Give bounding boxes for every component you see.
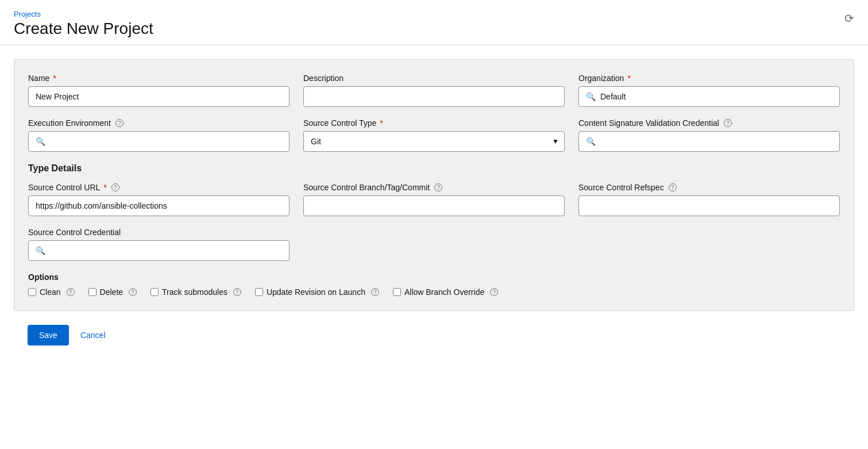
execution-env-input-wrapper[interactable]: 🔍 xyxy=(28,131,290,152)
update-revision-label[interactable]: Update Revision on Launch xyxy=(267,287,365,297)
sc-credential-label: Source Control Credential xyxy=(28,228,290,237)
name-required: * xyxy=(53,74,56,83)
cancel-button[interactable]: Cancel xyxy=(78,326,108,344)
clean-help-icon: ? xyxy=(67,288,75,296)
sc-url-help-icon: ? xyxy=(111,183,119,191)
sc-credential-search-icon: 🔍 xyxy=(36,246,45,255)
content-sig-help-icon: ? xyxy=(724,119,732,127)
sc-url-label: Source Control URL * ? xyxy=(28,183,290,192)
organization-input[interactable] xyxy=(600,92,832,101)
sc-type-required: * xyxy=(380,118,383,128)
sc-type-select-wrapper: Git Manual Subversion Red Hat Insights ▼ xyxy=(303,131,565,152)
page-header: Projects Create New Project ⟳ xyxy=(0,0,868,45)
type-details-title: Type Details xyxy=(28,163,840,174)
sc-credential-group: Source Control Credential 🔍 xyxy=(28,228,290,261)
breadcrumb[interactable]: Projects xyxy=(14,10,41,18)
sc-url-input[interactable] xyxy=(28,195,290,216)
delete-label[interactable]: Delete xyxy=(100,287,123,297)
name-input[interactable] xyxy=(28,86,290,107)
organization-group: Organization * 🔍 xyxy=(578,74,840,107)
content-sig-search-icon: 🔍 xyxy=(586,137,596,146)
sc-branch-input[interactable] xyxy=(303,195,565,216)
track-submodules-checkbox[interactable] xyxy=(151,288,159,296)
footer-actions: Save Cancel xyxy=(14,311,854,359)
content-sig-input-wrapper[interactable]: 🔍 xyxy=(578,131,840,152)
form-row-4: Source Control Credential 🔍 xyxy=(28,228,840,261)
sc-refspec-help-icon: ? xyxy=(669,183,677,191)
delete-option: Delete ? xyxy=(88,287,137,297)
track-submodules-option: Track submodules ? xyxy=(151,287,241,297)
track-submodules-label[interactable]: Track submodules xyxy=(162,287,227,297)
content-sig-label: Content Signature Validation Credential … xyxy=(578,118,840,128)
sc-refspec-label: Source Control Refspec ? xyxy=(578,183,840,192)
sc-type-group: Source Control Type * Git Manual Subvers… xyxy=(303,118,565,152)
sc-credential-input[interactable] xyxy=(50,246,282,255)
track-submodules-help-icon: ? xyxy=(233,288,241,296)
execution-env-search-icon: 🔍 xyxy=(36,137,45,146)
form-row-2: Execution Environment ? 🔍 Source Control… xyxy=(28,118,840,152)
sc-branch-label: Source Control Branch/Tag/Commit ? xyxy=(303,183,565,192)
organization-input-wrapper[interactable]: 🔍 xyxy=(578,86,840,107)
page-title: Create New Project xyxy=(14,20,854,38)
execution-env-group: Execution Environment ? 🔍 xyxy=(28,118,290,152)
org-required: * xyxy=(627,74,630,83)
sc-refspec-group: Source Control Refspec ? xyxy=(578,183,840,216)
sc-type-label: Source Control Type * xyxy=(303,118,565,128)
sc-type-select[interactable]: Git Manual Subversion Red Hat Insights xyxy=(303,131,565,152)
content-sig-group: Content Signature Validation Credential … xyxy=(578,118,840,152)
history-icon[interactable]: ⟳ xyxy=(844,11,854,25)
allow-branch-help-icon: ? xyxy=(490,288,498,296)
content-sig-input[interactable] xyxy=(600,137,832,146)
sc-branch-help-icon: ? xyxy=(434,183,442,191)
name-label: Name * xyxy=(28,74,290,83)
sc-credential-input-wrapper[interactable]: 🔍 xyxy=(28,240,290,261)
clean-option: Clean ? xyxy=(28,287,75,297)
update-revision-checkbox[interactable] xyxy=(255,288,263,296)
options-section: Options Clean ? Delete ? Track submod xyxy=(28,273,840,297)
form-row-1: Name * Description Organization * 🔍 xyxy=(28,74,840,107)
organization-label: Organization * xyxy=(578,74,840,83)
save-button[interactable]: Save xyxy=(28,325,69,346)
sc-branch-group: Source Control Branch/Tag/Commit ? xyxy=(303,183,565,216)
allow-branch-checkbox[interactable] xyxy=(393,288,401,296)
main-content: Name * Description Organization * 🔍 xyxy=(0,45,868,373)
form-card: Name * Description Organization * 🔍 xyxy=(14,59,854,311)
form-row-3: Source Control URL * ? Source Control Br… xyxy=(28,183,840,216)
allow-branch-option: Allow Branch Override ? xyxy=(393,287,498,297)
options-title: Options xyxy=(28,273,840,282)
name-group: Name * xyxy=(28,74,290,107)
type-details-section: Type Details Source Control URL * ? Sour… xyxy=(28,163,840,297)
description-label: Description xyxy=(303,74,565,83)
update-revision-help-icon: ? xyxy=(371,288,379,296)
description-group: Description xyxy=(303,74,565,107)
execution-env-input[interactable] xyxy=(50,137,282,146)
sc-url-required: * xyxy=(103,183,106,192)
options-row: Clean ? Delete ? Track submodules ? xyxy=(28,287,840,297)
clean-checkbox[interactable] xyxy=(28,288,36,296)
execution-env-label: Execution Environment ? xyxy=(28,118,290,128)
description-input[interactable] xyxy=(303,86,565,107)
allow-branch-label[interactable]: Allow Branch Override xyxy=(404,287,484,297)
sc-url-group: Source Control URL * ? xyxy=(28,183,290,216)
organization-search-icon: 🔍 xyxy=(586,92,596,101)
update-revision-option: Update Revision on Launch ? xyxy=(255,287,379,297)
delete-help-icon: ? xyxy=(129,288,137,296)
sc-refspec-input[interactable] xyxy=(578,195,840,216)
execution-env-help-icon: ? xyxy=(115,119,124,127)
clean-label[interactable]: Clean xyxy=(40,287,61,297)
delete-checkbox[interactable] xyxy=(88,288,97,296)
